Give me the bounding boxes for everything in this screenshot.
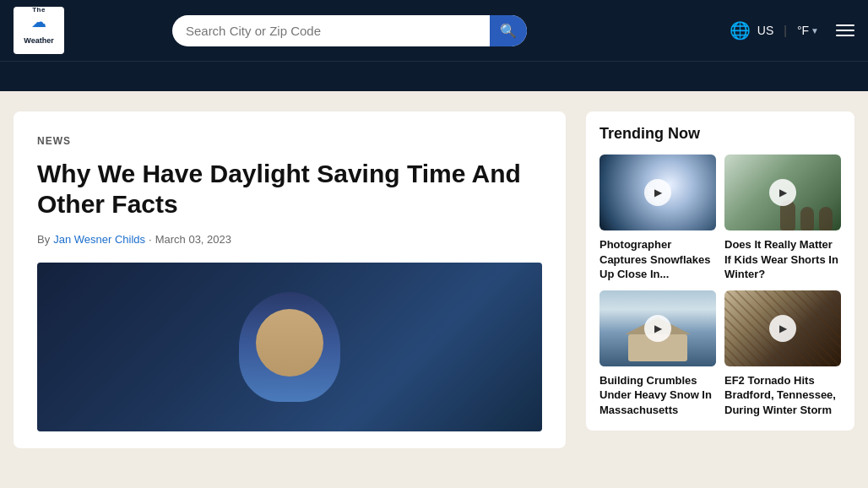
trending-thumb-4: ▶ bbox=[724, 290, 841, 366]
chevron-down-icon: ▼ bbox=[811, 26, 819, 35]
author-link[interactable]: Jan Wesner Childs bbox=[53, 233, 145, 246]
trending-item-title-2: Does It Really Matter If Kids Wear Short… bbox=[724, 237, 841, 282]
trending-item-1[interactable]: ❄ ▶ Photographer Captures Snowflakes Up … bbox=[599, 155, 716, 282]
play-button-3[interactable]: ▶ bbox=[644, 315, 671, 342]
unit-label: °F bbox=[797, 24, 809, 37]
hamburger-line bbox=[836, 24, 854, 26]
hamburger-line bbox=[836, 30, 854, 31]
article-figure bbox=[239, 292, 340, 402]
article-card: NEWS Why We Have Daylight Saving Time An… bbox=[14, 111, 566, 448]
header-right: 🌐 US | °F ▼ bbox=[730, 20, 854, 41]
main-content: NEWS Why We Have Daylight Saving Time An… bbox=[3, 111, 865, 448]
search-icon: 🔍 bbox=[500, 23, 517, 39]
unit-selector-button[interactable]: °F ▼ bbox=[797, 24, 819, 37]
meta-separator: · bbox=[149, 233, 152, 246]
figure-body bbox=[256, 309, 323, 377]
trending-item-4[interactable]: ▶ EF2 Tornado Hits Bradford, Tennessee, … bbox=[724, 290, 841, 418]
figure-kid-1 bbox=[800, 207, 814, 230]
trending-thumb-3: ▶ bbox=[599, 290, 716, 366]
trending-item-title-4: EF2 Tornado Hits Bradford, Tennessee, Du… bbox=[724, 373, 841, 418]
trending-item-3[interactable]: ▶ Building Crumbles Under Heavy Snow In … bbox=[599, 290, 716, 418]
article-title: Why We Have Daylight Saving Time And Oth… bbox=[37, 159, 542, 220]
logo-weather: Weather bbox=[24, 36, 53, 45]
nav-bar bbox=[0, 61, 868, 91]
article-hero-image bbox=[37, 263, 542, 431]
hamburger-line bbox=[836, 35, 854, 36]
trending-item-title-1: Photographer Captures Snowflakes Up Clos… bbox=[599, 237, 716, 282]
logo-the: The bbox=[32, 6, 46, 14]
figure-kid-2 bbox=[819, 207, 833, 230]
trending-item-2[interactable]: ▶ Does It Really Matter If Kids Wear Sho… bbox=[724, 155, 841, 282]
sidebar: Trending Now ❄ ▶ Photographer Captures S… bbox=[586, 111, 854, 448]
article-date: March 03, 2023 bbox=[155, 233, 231, 246]
header: The ☁ Weather Channel 🔍 🌐 US | °F ▼ bbox=[0, 0, 868, 61]
locale-label: US bbox=[757, 24, 773, 37]
trending-thumb-1: ❄ ▶ bbox=[599, 155, 716, 230]
trending-thumb-2: ▶ bbox=[724, 155, 841, 230]
by-label: By bbox=[37, 233, 50, 246]
menu-button[interactable] bbox=[836, 24, 854, 36]
play-button-4[interactable]: ▶ bbox=[769, 315, 796, 342]
separator: | bbox=[784, 24, 787, 37]
article-meta: By Jan Wesner Childs · March 03, 2023 bbox=[37, 233, 542, 246]
trending-title: Trending Now bbox=[599, 125, 841, 143]
logo-channel: Channel bbox=[24, 52, 53, 60]
search-input[interactable] bbox=[172, 15, 527, 46]
search-bar: 🔍 bbox=[172, 15, 527, 46]
logo-cloud-icon: ☁ bbox=[24, 14, 53, 31]
globe-icon: 🌐 bbox=[730, 20, 751, 41]
search-button[interactable]: 🔍 bbox=[490, 15, 527, 46]
logo[interactable]: The ☁ Weather Channel bbox=[14, 7, 64, 54]
trending-section: Trending Now ❄ ▶ Photographer Captures S… bbox=[586, 111, 854, 431]
trending-item-title-3: Building Crumbles Under Heavy Snow In Ma… bbox=[599, 373, 716, 418]
play-button-1[interactable]: ▶ bbox=[644, 179, 671, 206]
article-category: NEWS bbox=[37, 135, 542, 147]
play-button-2[interactable]: ▶ bbox=[769, 179, 796, 206]
trending-grid: ❄ ▶ Photographer Captures Snowflakes Up … bbox=[599, 155, 841, 417]
